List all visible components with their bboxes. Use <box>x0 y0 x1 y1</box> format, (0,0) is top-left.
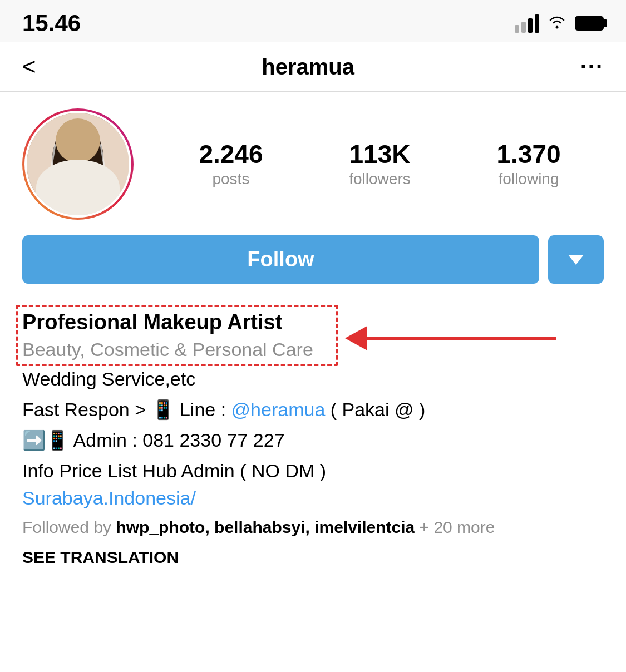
avatar-image <box>27 113 129 215</box>
more-options-button[interactable]: ··· <box>580 55 604 80</box>
bio-category: Beauty, Cosmetic & Personal Care <box>22 339 604 360</box>
followers-label: followers <box>349 170 410 188</box>
stats-row: 2.246 posts 113K followers 1.370 followi… <box>156 140 604 189</box>
bio-location-link[interactable]: Surabaya.Indonesia/ <box>22 487 196 508</box>
svg-marker-10 <box>67 128 70 135</box>
stat-following[interactable]: 1.370 following <box>496 140 560 189</box>
bio-line-mention[interactable]: @heramua <box>231 399 326 420</box>
svg-point-3 <box>38 187 117 215</box>
followed-by-users[interactable]: hwp_photo, bellahabsyi, imelvilentcia <box>116 518 415 536</box>
status-bar: 15.46 <box>0 0 626 42</box>
bio-line-label: Line : <box>175 399 231 420</box>
bio-line-nodm: Info Price List Hub Admin ( NO DM ) <box>22 457 604 485</box>
posts-label: posts <box>212 170 249 188</box>
svg-point-2 <box>32 187 124 215</box>
bio-section: Profesional Makeup Artist Beauty, Cosmet… <box>0 310 626 584</box>
svg-marker-13 <box>87 128 90 135</box>
follow-row: Follow <box>22 235 604 284</box>
profile-username-header: heramua <box>262 55 354 80</box>
svg-point-5 <box>56 139 100 187</box>
bio-admin-text: Admin : 081 2330 77 227 <box>73 429 285 451</box>
bio-fast-respon: Fast Respon > <box>22 399 151 420</box>
dropdown-button[interactable] <box>548 235 604 284</box>
arrow-emoji: ➡️ <box>22 429 46 451</box>
wifi-icon <box>547 15 567 32</box>
followed-by-more[interactable]: + 20 more <box>420 518 495 536</box>
svg-rect-9 <box>60 135 96 139</box>
svg-point-6 <box>55 127 101 161</box>
bio-line-suffix: ( Pakai @ ) <box>325 399 425 420</box>
stat-followers[interactable]: 113K followers <box>349 140 410 189</box>
status-icons <box>515 14 604 33</box>
phone2-emoji: 📱 <box>46 429 69 451</box>
followers-count: 113K <box>349 140 411 169</box>
svg-point-16 <box>65 160 75 166</box>
profile-section: 2.246 posts 113K followers 1.370 followi… <box>0 92 626 310</box>
signal-icon <box>515 14 539 33</box>
bio-line-contact: Fast Respon > 📱 Line : @heramua ( Pakai … <box>22 396 604 424</box>
svg-marker-11 <box>74 125 78 134</box>
bio-line-admin: ➡️📱 Admin : 081 2330 77 227 <box>22 426 604 454</box>
svg-point-17 <box>81 160 91 166</box>
avatar[interactable] <box>22 108 134 220</box>
svg-point-0 <box>556 26 559 29</box>
followed-by-prefix: Followed by <box>22 518 116 536</box>
svg-point-19 <box>83 160 88 164</box>
svg-point-14 <box>75 123 78 127</box>
svg-point-18 <box>68 160 72 164</box>
stat-posts[interactable]: 2.246 posts <box>199 140 263 189</box>
bio-display-name: Profesional Makeup Artist <box>22 310 604 334</box>
bio-line-wedding: Wedding Service,etc <box>22 365 604 393</box>
bio-location[interactable]: Surabaya.Indonesia/ <box>22 487 604 509</box>
svg-rect-1 <box>27 113 129 215</box>
svg-marker-12 <box>81 125 86 134</box>
avatar-inner <box>24 111 131 218</box>
posts-count: 2.246 <box>199 140 263 169</box>
svg-rect-4 <box>71 172 86 187</box>
status-time: 15.46 <box>22 10 81 37</box>
battery-icon <box>575 16 604 31</box>
followed-by: Followed by hwp_photo, bellahabsyi, imel… <box>22 518 604 537</box>
nav-bar: < heramua ··· <box>0 42 626 92</box>
following-count: 1.370 <box>496 140 560 169</box>
follow-button[interactable]: Follow <box>22 235 539 284</box>
following-label: following <box>499 170 559 188</box>
phone-emoji: 📱 <box>151 399 175 420</box>
see-translation-button[interactable]: SEE TRANSLATION <box>22 548 604 567</box>
svg-point-15 <box>82 123 85 127</box>
back-button[interactable]: < <box>22 53 36 80</box>
profile-top: 2.246 posts 113K followers 1.370 followi… <box>22 108 604 220</box>
dropdown-arrow-icon <box>568 255 584 265</box>
